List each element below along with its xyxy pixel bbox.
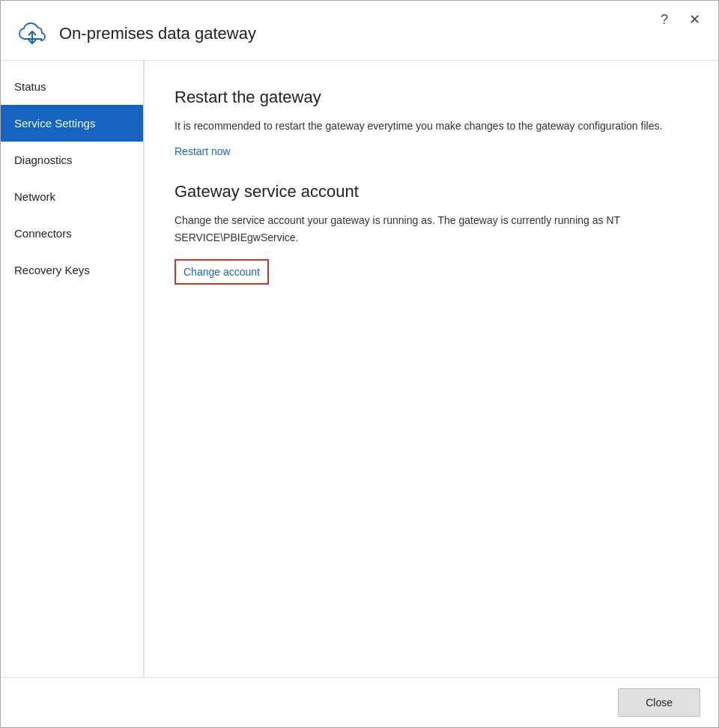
window-controls: ? ✕	[656, 11, 705, 28]
main-area: Status Service Settings Diagnostics Netw…	[1, 61, 718, 677]
sidebar-item-status[interactable]: Status	[1, 68, 143, 105]
main-window: On-premises data gateway ? ✕ Status Serv…	[0, 0, 719, 728]
title-bar: On-premises data gateway ? ✕	[1, 1, 718, 61]
sidebar-item-recovery-keys[interactable]: Recovery Keys	[1, 252, 143, 288]
close-window-button[interactable]: ✕	[685, 11, 705, 28]
restart-description: It is recommended to restart the gateway…	[175, 118, 684, 134]
restart-title: Restart the gateway	[175, 88, 688, 107]
account-title: Gateway service account	[175, 182, 688, 201]
footer: Close	[1, 677, 718, 727]
cloud-gateway-icon	[16, 18, 49, 49]
close-button[interactable]: Close	[618, 688, 700, 717]
app-title: On-premises data gateway	[59, 24, 703, 43]
account-description: Change the service account your gateway …	[175, 212, 684, 246]
sidebar-item-network[interactable]: Network	[1, 178, 143, 215]
account-section: Gateway service account Change the servi…	[175, 182, 688, 285]
change-account-link[interactable]: Change account	[183, 266, 260, 278]
restart-now-link[interactable]: Restart now	[175, 145, 231, 157]
sidebar-item-diagnostics[interactable]: Diagnostics	[1, 142, 143, 178]
change-account-highlight-box: Change account	[175, 259, 269, 285]
help-button[interactable]: ?	[656, 11, 673, 28]
sidebar-item-connectors[interactable]: Connectors	[1, 215, 143, 252]
sidebar: Status Service Settings Diagnostics Netw…	[1, 61, 145, 677]
content-area: Restart the gateway It is recommended to…	[145, 61, 718, 677]
restart-section: Restart the gateway It is recommended to…	[175, 88, 688, 158]
sidebar-item-service-settings[interactable]: Service Settings	[1, 105, 143, 142]
